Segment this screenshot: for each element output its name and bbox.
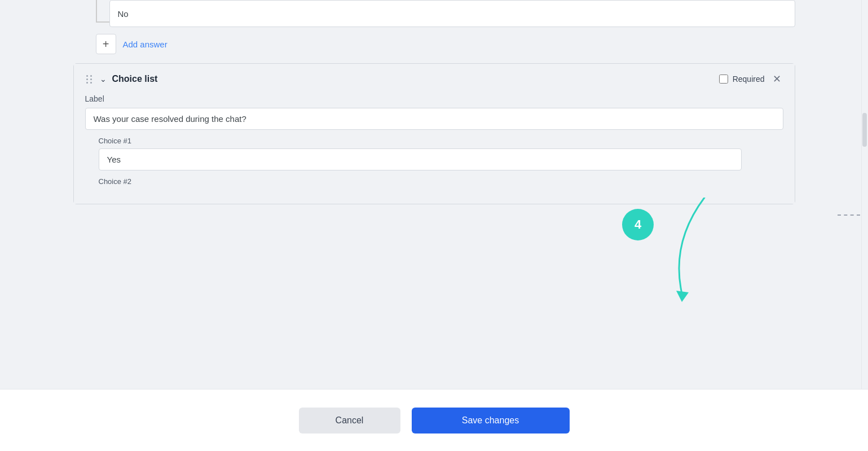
drag-handle[interactable] [85,74,94,85]
add-answer-button[interactable]: + [96,34,116,54]
label-input[interactable] [85,108,783,130]
dashed-line [838,214,860,216]
choice-1-input[interactable] [99,148,742,170]
answer-no-input[interactable]: No [109,0,795,27]
close-button[interactable]: ✕ [770,73,783,85]
save-changes-button[interactable]: Save changes [412,408,570,434]
choice-list-card: ⌄ Choice list Required ✕ Label Choice #1 [73,63,795,204]
collapse-icon[interactable]: ⌄ [100,75,107,84]
action-bar: Cancel Save changes [0,389,868,451]
card-body: Label Choice #1 Choice #2 [74,94,795,204]
answer-connector [96,0,109,23]
choice-2-label: Choice #2 [99,177,783,186]
required-checkbox[interactable] [719,75,728,84]
add-answer-row: + Add answer [96,34,795,54]
choice-1-item: Choice #1 [99,137,783,170]
choices-section: Choice #1 Choice #2 [99,137,783,186]
scrollbar-track[interactable] [861,0,868,389]
scrollbar-thumb[interactable] [862,113,867,147]
top-card: No + Add answer [73,0,795,63]
choice-1-label: Choice #1 [99,137,783,145]
required-label: Required [733,75,765,84]
answer-row: No [96,0,795,27]
svg-marker-0 [676,291,689,302]
add-answer-link[interactable]: Add answer [123,40,168,49]
card-header: ⌄ Choice list Required ✕ [74,64,795,94]
annotation-arrow [659,198,727,310]
annotation-badge: 4 [622,209,654,240]
main-content: No + Add answer ⌄ Choice list [0,0,868,451]
card-title: Choice list [112,74,713,84]
label-field-label: Label [85,94,783,103]
choice-2-item: Choice #2 [99,177,783,186]
cancel-button[interactable]: Cancel [299,408,400,434]
required-group: Required [719,75,765,84]
